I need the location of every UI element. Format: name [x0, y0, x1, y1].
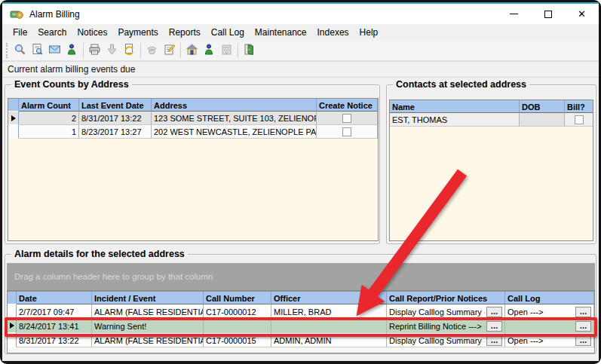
contact-name-cell[interactable]: EST, THOMAS: [390, 113, 520, 127]
column-header-call-report[interactable]: Call Report/Prior Notices: [387, 292, 505, 304]
preview-document-button[interactable]: [29, 42, 46, 60]
close-icon: ✕: [578, 9, 586, 19]
call-log-cell[interactable]: …: [505, 319, 594, 333]
contacts-groupbox: Contacts at selected address Name DOB Bi…: [386, 84, 596, 244]
print-button[interactable]: [86, 42, 103, 60]
alarm-count-cell[interactable]: 2: [19, 112, 79, 125]
contact-button[interactable]: [63, 42, 81, 60]
ellipsis-button[interactable]: …: [486, 321, 502, 332]
contact-row[interactable]: EST, THOMAS: [390, 113, 593, 127]
call-number-cell[interactable]: C17-0000012: [204, 304, 271, 319]
building-button[interactable]: [218, 42, 235, 60]
ellipsis-button[interactable]: …: [486, 307, 502, 317]
alarm-detail-row-highlighted[interactable]: 8/24/2017 13:41 Warning Sent! Reprint Bi…: [8, 319, 594, 333]
last-event-date-cell[interactable]: 8/31/2017 13:22: [79, 112, 152, 125]
incident-cell[interactable]: ALARM (FALSE RESIDENTIA: [92, 333, 204, 347]
call-report-link[interactable]: Display Calllog Summary --->: [389, 336, 485, 345]
call-report-cell[interactable]: Display Calllog Summary ---> …: [387, 304, 505, 319]
maximize-icon: [544, 11, 552, 18]
event-counts-row[interactable]: 2 8/31/2017 13:22 123 SOME STREET, SUITE…: [8, 112, 378, 125]
contact-button-2[interactable]: [201, 42, 218, 60]
date-cell[interactable]: 2/7/2017 09:47: [17, 304, 92, 319]
alarm-detail-row[interactable]: 8/31/2017 13:22 ALARM (FALSE RESIDENTIA …: [8, 333, 594, 347]
menu-indexes[interactable]: Indexes: [312, 25, 354, 40]
email-button[interactable]: [46, 42, 63, 60]
column-header-name[interactable]: Name: [390, 100, 520, 113]
person-icon: [66, 43, 78, 59]
edit-notes-button[interactable]: [161, 42, 178, 60]
phone-button[interactable]: [143, 42, 161, 60]
home-button[interactable]: [183, 42, 201, 60]
alarm-count-cell[interactable]: 1: [19, 125, 79, 139]
officer-cell[interactable]: [271, 319, 387, 333]
column-header-last-event-date[interactable]: Last Event Date: [79, 99, 152, 112]
create-notice-checkbox[interactable]: [342, 114, 351, 123]
call-report-cell[interactable]: Display Calllog Summary ---> …: [387, 333, 505, 347]
bill-checkbox[interactable]: [575, 115, 584, 124]
create-notice-cell[interactable]: [317, 112, 378, 125]
call-log-link[interactable]: Open --->: [507, 336, 574, 345]
call-log-link[interactable]: Open --->: [507, 307, 574, 317]
last-event-date-cell[interactable]: 8/23/2017 13:27: [79, 125, 152, 139]
menu-search[interactable]: Search: [32, 25, 72, 40]
billing-refresh-button[interactable]: [121, 42, 138, 60]
contact-dob-cell[interactable]: [520, 113, 565, 127]
address-cell[interactable]: 123 SOME STREET, SUITE 103, ZELIENOP: [152, 112, 317, 125]
row-selector[interactable]: [8, 319, 17, 333]
event-counts-row[interactable]: 1 8/23/2017 13:27 202 WEST NEWCASTLE, ZE…: [8, 125, 378, 139]
bill-cell[interactable]: [565, 113, 593, 127]
incident-cell[interactable]: ALARM (FALSE RESIDENTIA: [92, 304, 204, 319]
call-log-cell[interactable]: Open ---> …: [505, 333, 594, 347]
download-button[interactable]: [103, 42, 121, 60]
call-report-link[interactable]: Reprint Billing Notice --->: [389, 322, 485, 331]
alarm-detail-row[interactable]: 2/7/2017 09:47 ALARM (FALSE RESIDENTIA C…: [8, 304, 594, 319]
column-header-incident[interactable]: Incident / Event: [92, 292, 204, 304]
create-notice-checkbox[interactable]: [342, 127, 351, 136]
down-arrow-icon: [106, 43, 118, 59]
create-notice-cell[interactable]: [317, 125, 378, 139]
officer-cell[interactable]: ADMIN, ADMIN: [271, 333, 387, 347]
minimize-button[interactable]: [497, 4, 531, 24]
menu-file[interactable]: File: [8, 25, 32, 40]
row-selector[interactable]: [8, 304, 17, 319]
column-header-create-notice[interactable]: Create Notice: [317, 99, 378, 112]
ellipsis-button[interactable]: …: [575, 321, 591, 332]
incident-cell[interactable]: Warning Sent!: [92, 319, 204, 333]
toolbar-separator: [83, 43, 84, 58]
menu-maintenance[interactable]: Maintenance: [250, 25, 312, 40]
row-selector[interactable]: [8, 333, 17, 347]
menu-call-log[interactable]: Call Log: [206, 25, 250, 40]
exit-button[interactable]: [241, 42, 258, 60]
document-search-icon: [31, 43, 44, 59]
menu-notices[interactable]: Notices: [72, 25, 112, 40]
column-header-officer[interactable]: Officer: [271, 292, 387, 304]
menu-reports[interactable]: Reports: [164, 25, 206, 40]
column-header-dob[interactable]: DOB: [520, 100, 565, 113]
row-selector[interactable]: [8, 112, 19, 125]
search-button[interactable]: [11, 42, 29, 60]
date-cell[interactable]: 8/31/2017 13:22: [17, 333, 92, 347]
group-by-drop-zone[interactable]: Drag a column header here to group by th…: [7, 263, 595, 291]
date-cell[interactable]: 8/24/2017 13:41: [17, 319, 92, 333]
ellipsis-button[interactable]: …: [575, 307, 591, 317]
address-cell[interactable]: 202 WEST NEWCASTLE, ZELIENOPLE PA: [152, 125, 317, 139]
call-report-link[interactable]: Display Calllog Summary --->: [389, 307, 485, 317]
column-header-address[interactable]: Address: [152, 99, 317, 112]
row-selector[interactable]: [8, 125, 19, 139]
call-report-cell[interactable]: Reprint Billing Notice ---> …: [387, 319, 505, 333]
column-header-call-number[interactable]: Call Number: [204, 292, 271, 304]
menu-help[interactable]: Help: [354, 25, 384, 40]
maximize-button[interactable]: [531, 4, 565, 24]
call-number-cell[interactable]: C17-0000015: [204, 333, 271, 347]
officer-cell[interactable]: MILLER, BRAD: [271, 304, 387, 319]
call-number-cell[interactable]: [204, 319, 271, 333]
ellipsis-button[interactable]: …: [486, 335, 502, 346]
call-log-cell[interactable]: Open ---> …: [505, 304, 594, 319]
menu-payments[interactable]: Payments: [112, 25, 163, 40]
column-header-bill[interactable]: Bill?: [565, 100, 593, 113]
column-header-alarm-count[interactable]: Alarm Count: [19, 99, 79, 112]
column-header-call-log[interactable]: Call Log: [505, 292, 594, 304]
close-button[interactable]: ✕: [565, 4, 599, 24]
column-header-date[interactable]: Date: [17, 292, 92, 304]
ellipsis-button[interactable]: …: [575, 335, 591, 346]
